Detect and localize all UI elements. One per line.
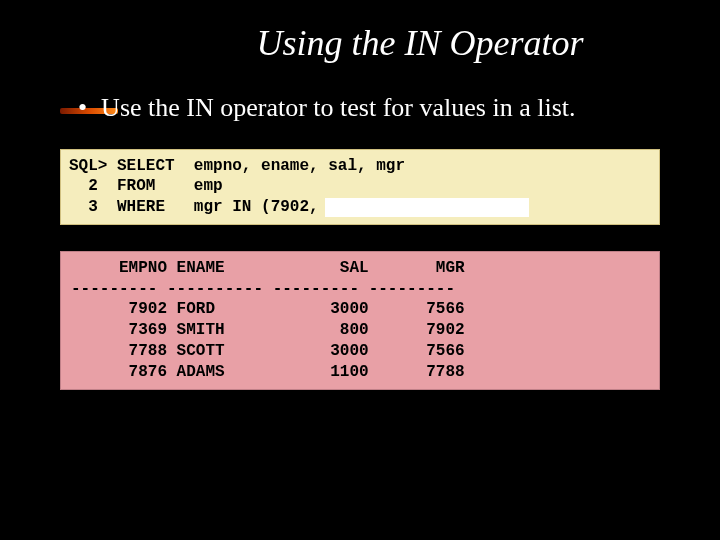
bullet-item: • Use the IN operator to test for values… — [0, 92, 720, 125]
table-row: 7902 FORD 3000 7566 — [71, 300, 465, 318]
result-header: EMPNO ENAME SAL MGR — [71, 259, 465, 277]
query-result-block: EMPNO ENAME SAL MGR --------- ----------… — [60, 251, 660, 390]
bullet-text: Use the IN operator to test for values i… — [101, 92, 575, 125]
sql-line-1: SQL> SELECT empno, ename, sal, mgr — [69, 157, 405, 175]
sql-code-block: SQL> SELECT empno, ename, sal, mgr 2 FRO… — [60, 149, 660, 225]
slide-title: Using the IN Operator — [0, 0, 720, 64]
table-row: 7369 SMITH 800 7902 — [71, 321, 465, 339]
table-row: 7788 SCOTT 3000 7566 — [71, 342, 465, 360]
highlight-in-clause — [325, 198, 529, 217]
bullet-dot-icon: • — [78, 92, 87, 123]
sql-line-2: 2 FROM emp — [69, 177, 223, 195]
table-row: 7876 ADAMS 1100 7788 — [71, 363, 465, 381]
result-divider: --------- ---------- --------- --------- — [71, 280, 455, 298]
